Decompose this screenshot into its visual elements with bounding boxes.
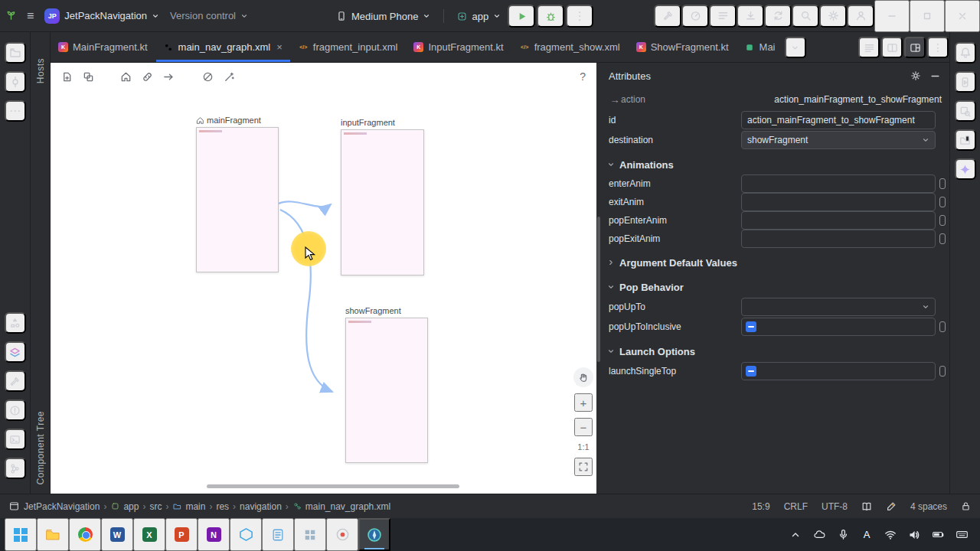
fragment-preview[interactable] bbox=[196, 127, 279, 272]
encoding-widget[interactable]: UTF-8 bbox=[822, 501, 848, 512]
reader-mode-icon[interactable] bbox=[861, 501, 872, 512]
highlight-level-icon[interactable] bbox=[886, 501, 897, 512]
argument-defaults-section-header[interactable]: Argument Default Values bbox=[601, 253, 949, 272]
add-destination-icon[interactable] bbox=[61, 71, 73, 83]
problems-tool-button[interactable] bbox=[5, 399, 26, 421]
hosts-tool-button[interactable]: Hosts bbox=[35, 58, 46, 83]
project-tool-button[interactable] bbox=[5, 42, 26, 64]
id-input[interactable] bbox=[741, 111, 936, 129]
version-control-tool-button[interactable] bbox=[5, 458, 26, 479]
build-variants-button[interactable] bbox=[5, 341, 26, 363]
breadcrumb-item[interactable]: main bbox=[172, 501, 205, 512]
layout-inspector-button[interactable] bbox=[955, 100, 976, 122]
logcat-button[interactable] bbox=[709, 5, 737, 28]
fragment-showFragment[interactable]: showFragment bbox=[345, 305, 428, 463]
mic-icon[interactable] bbox=[834, 526, 852, 544]
settings-button[interactable] bbox=[819, 5, 847, 28]
profiler-button[interactable] bbox=[681, 5, 709, 28]
build-tool-button[interactable] bbox=[5, 370, 26, 392]
start-destination-home-icon[interactable] bbox=[120, 71, 132, 83]
sdk-manager-button[interactable] bbox=[737, 5, 764, 28]
tab-inputfragment-kt[interactable]: K InputFragment.kt bbox=[406, 32, 511, 62]
debug-button[interactable] bbox=[537, 5, 564, 28]
pick-resource-icon[interactable] bbox=[939, 215, 946, 226]
notifications-button[interactable] bbox=[955, 42, 976, 64]
file-explorer-button[interactable] bbox=[37, 518, 69, 551]
main-menu-button[interactable]: ≡ bbox=[21, 5, 39, 28]
more-run-actions-button[interactable]: ⋮ bbox=[566, 5, 593, 28]
selected-action-row[interactable]: → action action_mainFragment_to_showFrag… bbox=[601, 89, 949, 110]
tab-main-nav-graph-xml[interactable]: main_nav_graph.xml × bbox=[156, 32, 291, 62]
attributes-settings-icon[interactable] bbox=[910, 70, 921, 81]
tab-fragment-show-xml[interactable]: </> fragment_show.xml bbox=[512, 32, 629, 62]
zoom-level[interactable]: 1:1 bbox=[577, 442, 589, 452]
pick-resource-icon[interactable] bbox=[939, 321, 946, 332]
minimize-button[interactable] bbox=[874, 0, 910, 32]
pick-resource-icon[interactable] bbox=[939, 178, 946, 189]
animations-section-header[interactable]: Animations bbox=[601, 155, 949, 174]
grid-app-button[interactable] bbox=[294, 518, 326, 551]
action-main-to-input[interactable] bbox=[279, 201, 331, 207]
auto-arrange-icon[interactable] bbox=[224, 71, 235, 83]
popUpToInclusive-checkbox[interactable] bbox=[746, 321, 756, 332]
chrome-button[interactable] bbox=[69, 518, 101, 551]
caret-position-widget[interactable]: 15:9 bbox=[752, 501, 769, 512]
terminal-tool-button[interactable] bbox=[5, 429, 26, 450]
fragment-preview[interactable] bbox=[345, 318, 428, 463]
fragment-mainFragment[interactable]: mainFragment bbox=[196, 115, 279, 272]
pick-resource-icon[interactable] bbox=[939, 366, 946, 377]
breadcrumb-item[interactable]: navigation bbox=[240, 501, 282, 512]
pan-hand-icon[interactable] bbox=[573, 367, 593, 387]
keyboard-icon[interactable] bbox=[952, 526, 971, 544]
close-tab-icon[interactable]: × bbox=[276, 41, 283, 53]
fragment-inputFragment[interactable]: inputFragment bbox=[341, 117, 424, 276]
vertical-scrollbar[interactable] bbox=[597, 217, 600, 362]
launch-options-section-header[interactable]: Launch Options bbox=[601, 341, 949, 361]
indent-widget[interactable]: 4 spaces bbox=[910, 501, 947, 512]
sync-project-button[interactable] bbox=[764, 5, 792, 28]
more-tool-windows-button[interactable]: ⋯ bbox=[5, 100, 26, 122]
breadcrumb-item[interactable]: src bbox=[149, 501, 162, 512]
run-config-selector[interactable]: app bbox=[452, 5, 506, 28]
zoom-out-button[interactable]: − bbox=[574, 418, 593, 436]
nested-graph-icon[interactable] bbox=[83, 71, 94, 83]
volume-icon[interactable] bbox=[905, 526, 923, 544]
component-tree-tool-button[interactable]: Component Tree bbox=[35, 411, 46, 484]
gemini-button[interactable] bbox=[955, 158, 976, 180]
tray-chevron-up-icon[interactable] bbox=[786, 526, 805, 544]
destination-select[interactable]: showFragment bbox=[741, 131, 936, 149]
running-devices-button[interactable] bbox=[955, 71, 976, 93]
resource-manager-button[interactable] bbox=[5, 312, 26, 334]
zoom-fit-button[interactable] bbox=[574, 458, 593, 476]
powerpoint-button[interactable]: P bbox=[165, 518, 198, 551]
vcs-widget[interactable]: Version control bbox=[165, 5, 253, 28]
editor-more-button[interactable]: ⋮ bbox=[927, 37, 949, 58]
maximize-button[interactable] bbox=[910, 0, 945, 32]
excel-button[interactable]: X bbox=[133, 518, 165, 551]
popEnterAnim-input[interactable] bbox=[741, 211, 936, 230]
word-button[interactable]: W bbox=[101, 518, 133, 551]
launchSingleTop-checkbox[interactable] bbox=[746, 366, 756, 377]
commit-tool-button[interactable] bbox=[5, 71, 26, 93]
tab-showfragment-kt[interactable]: K ShowFragment.kt bbox=[629, 32, 737, 62]
design-view-button[interactable] bbox=[904, 37, 926, 58]
fragment-preview[interactable] bbox=[341, 129, 424, 276]
lock-icon[interactable] bbox=[961, 501, 971, 511]
tab-mainfragment-kt[interactable]: K MainFragment.kt bbox=[51, 32, 156, 62]
code-view-button[interactable] bbox=[858, 37, 880, 58]
device-selector[interactable]: Medium Phone bbox=[331, 5, 436, 28]
close-button[interactable] bbox=[945, 0, 980, 32]
horizontal-scrollbar[interactable] bbox=[207, 484, 459, 488]
help-icon[interactable]: ? bbox=[580, 70, 586, 83]
onenote-button[interactable]: N bbox=[198, 518, 230, 551]
deep-link-icon[interactable] bbox=[142, 71, 153, 83]
build-button[interactable] bbox=[654, 5, 681, 28]
run-button[interactable] bbox=[508, 5, 535, 28]
battery-icon[interactable] bbox=[929, 526, 947, 544]
nav-graph-canvas[interactable]: ? bbox=[51, 63, 596, 494]
tab-overflow-mai[interactable]: Mai bbox=[737, 32, 784, 62]
line-separator-widget[interactable]: CRLF bbox=[784, 501, 808, 512]
start-button[interactable] bbox=[5, 518, 37, 551]
android-studio-button[interactable] bbox=[358, 518, 390, 551]
enterAnim-input[interactable] bbox=[741, 174, 936, 193]
